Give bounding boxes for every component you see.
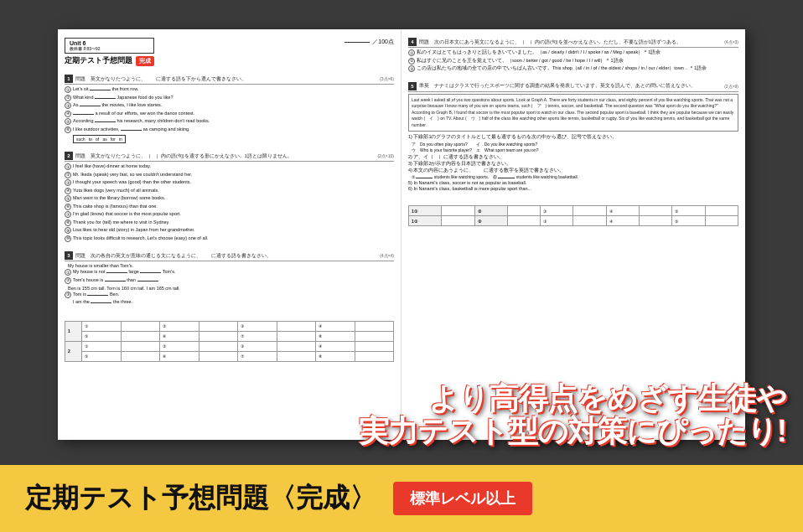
- q4-item3: ③ この店は私たちの地域の全ての店の中でいちばん古いです。This shop（a…: [408, 65, 738, 72]
- question-title-5: 5 準英 ナナミはクラスで行ったスポーツに関する調査の結果を発表しています。英文…: [408, 82, 738, 92]
- q2-item6: ⑥ This cake shop is (famous) than that o…: [65, 204, 394, 210]
- q1-item1: ① Let's sit the front row.: [65, 86, 394, 93]
- q1-item4: ④ a result of our efforts, we won the da…: [65, 111, 394, 117]
- q2-item5: ⑤ Mari went to the library (borrow) some…: [65, 195, 394, 202]
- question-block-1: 1 問題 英文がなりたつように、 に適する語を下から選んで書きなさい。 (3点×…: [65, 75, 394, 143]
- q3-item3: ③ Tom is Ben.: [65, 292, 394, 298]
- q3-item2: ② Tom's house is than: [65, 277, 394, 284]
- answer-table: 1 ① ② ③ ④ ⑤ ⑥: [65, 321, 394, 362]
- q1-item5: ⑤ According his research, many children …: [65, 118, 394, 125]
- kansei-badge: 完成: [136, 56, 154, 66]
- banner-level-badge: 標準レベル以上: [393, 482, 532, 515]
- question-block-3: 3 問題 次の各自の英文が意味の通じる文になるように、 に適する語を書きなさい。…: [65, 251, 394, 306]
- question-title-2: 2 問題 英文がなりたつように、（ ）内の語(句)を適する形にかえなさい。1語と…: [65, 152, 394, 162]
- q1-item3: ③ As the movies, I like love stories.: [65, 102, 394, 109]
- q2-item1: ① I feel like (have) dinner at home toda…: [65, 163, 394, 170]
- q3-item1: ① My house is not large Tom's.: [65, 269, 394, 276]
- document-paper: Unit 6 教科書 P.83〜92 定期テスト予想問題 完成 ／100点: [58, 29, 745, 440]
- question-title-4: 4 問題 次の日本文にあう英文になるように、（ ）内の語(句)を並べかえなさい。…: [408, 38, 738, 48]
- q2-item8: ⑧ Thank you for (tell) me where to visit…: [65, 220, 394, 226]
- question-title-3: 3 問題 次の各自の英文が意味の通じる文になるように、 に適する語を書きなさい。…: [65, 251, 394, 261]
- doc-score: ／100点: [345, 38, 394, 46]
- q1-item2: ② What kind Japanese food do you like?: [65, 95, 394, 101]
- q2-item4: ④ Yuta likes dogs (very much) of all ani…: [65, 188, 394, 194]
- answer-grid: 1 ① ② ③ ④ ⑤ ⑥: [65, 318, 394, 362]
- document-area: Unit 6 教科書 P.83〜92 定期テスト予想問題 完成 ／100点: [0, 0, 803, 465]
- q1-item6: ⑥ I like outdoor activities, as camping …: [65, 127, 394, 133]
- bottom-banner: 定期テスト予想問題〈完成〉 標準レベル以上: [0, 465, 803, 532]
- right-answer-grid: 1① ② ③ ④ ⑤ 1①: [408, 202, 738, 226]
- question-block-5: 5 準英 ナナミはクラスで行ったスポーツに関する調査の結果を発表しています。英文…: [408, 82, 738, 193]
- doc-right-column: 4 問題 次の日本文にあう英文になるように、（ ）内の語(句)を並べかえなさい。…: [402, 29, 745, 440]
- q2-item2: ② Mr. Ikeda (speak) very fast, so we cou…: [65, 172, 394, 178]
- doc-header: Unit 6 教科書 P.83〜92 定期テスト予想問題 完成 ／100点: [65, 38, 394, 66]
- question-title-1: 1 問題 英文がなりたつように、 に適する語を下から選んで書きなさい。 (3点×…: [65, 75, 394, 85]
- banner-main-text: 定期テスト予想問題〈完成〉: [25, 480, 376, 517]
- q2-item7: ⑦ I'm glad (know) that soccer is the mos…: [65, 211, 394, 218]
- q4-item2: ② 私はすぐに兄のことを王を覚えていて。（soon / better / got…: [408, 58, 738, 65]
- question-block-2: 2 問題 英文がなりたつように、（ ）内の語(句)を適する形にかえなさい。1語と…: [65, 152, 394, 243]
- q1-options: such to of as for in: [73, 135, 126, 143]
- right-answer-table: 1① ② ③ ④ ⑤ 1①: [408, 205, 738, 226]
- q2-item9: ⑨ Lisa likes to hear old (story) in Japa…: [65, 227, 394, 234]
- doc-main-title: 定期テスト予想問題: [65, 55, 132, 66]
- q2-item10: ⑩ This topic looks difficult to research…: [65, 235, 394, 242]
- main-container: Unit 6 教科書 P.83〜92 定期テスト予想問題 完成 ／100点: [0, 0, 803, 532]
- unit-label: Unit 6 教科書 P.83〜92: [65, 38, 154, 54]
- q3-item4: I am the the three.: [65, 299, 394, 304]
- doc-left-column: Unit 6 教科書 P.83〜92 定期テスト予想問題 完成 ／100点: [58, 29, 402, 440]
- reading-passage: Last week I asked all of you two questio…: [408, 94, 738, 132]
- q4-item1: ① 私のイヌはとてもはっきりと話しをきいていました。（as / clearly …: [408, 49, 738, 56]
- q2-item3: ③ I thought your speech was (good) than …: [65, 179, 394, 186]
- question-block-4: 4 問題 次の日本文にあう英文になるように、（ ）内の語(句)を並べかえなさい。…: [408, 38, 738, 74]
